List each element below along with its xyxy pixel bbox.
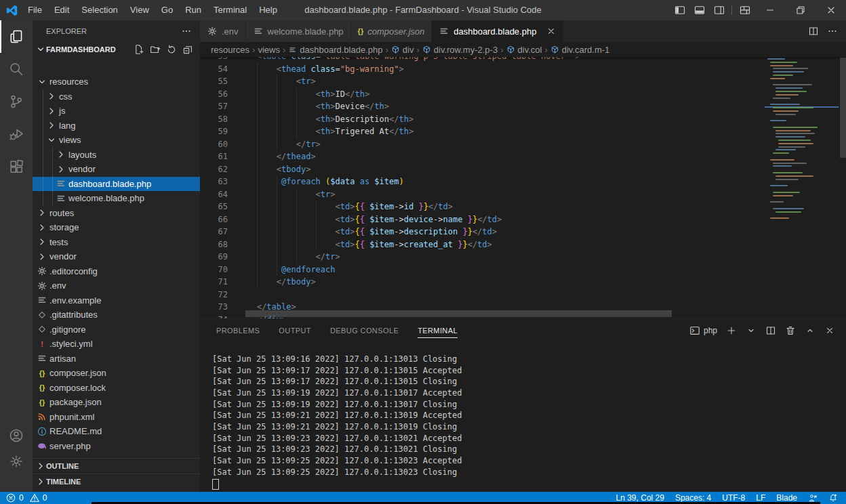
tree-item-layouts[interactable]: layouts xyxy=(33,148,200,163)
tree-item-package-json[interactable]: {}package.json xyxy=(33,395,200,410)
activity-bar-source-control[interactable] xyxy=(0,85,33,118)
terminal-dropdown-icon[interactable] xyxy=(746,325,757,336)
activity-bar-extensions[interactable] xyxy=(0,150,33,183)
explorer-more-actions-icon[interactable] xyxy=(181,26,192,37)
breadcrumb-item-resources[interactable]: resources xyxy=(211,45,249,55)
bell-icon[interactable] xyxy=(828,493,838,503)
status-encoding[interactable]: UTF-8 xyxy=(722,493,745,503)
minimize-button[interactable] xyxy=(754,0,785,20)
menu-view[interactable]: View xyxy=(124,0,155,20)
tree-item-views[interactable]: views xyxy=(33,133,200,148)
section-timeline[interactable]: TIMELINE xyxy=(33,474,200,489)
kill-terminal-icon[interactable] xyxy=(785,325,796,336)
toggle-panel-icon[interactable] xyxy=(689,0,709,20)
close-tab-icon[interactable] xyxy=(546,26,557,37)
close-panel-icon[interactable] xyxy=(824,325,835,336)
tree-item-vendor[interactable]: vendor xyxy=(33,249,200,264)
activity-bar-manage[interactable] xyxy=(0,448,33,474)
breadcrumb-item-dashboard-blade-php[interactable]: dashboard.blade.php xyxy=(288,45,382,55)
minimap[interactable] xyxy=(765,57,839,318)
panel-tab-output[interactable]: OUTPUT xyxy=(279,323,311,338)
section-outline[interactable]: OUTLINE xyxy=(33,458,200,474)
status-eol[interactable]: LF xyxy=(756,493,765,503)
activity-bar-explorer[interactable] xyxy=(0,20,33,53)
panel-tab-problems[interactable]: PROBLEMS xyxy=(216,323,260,338)
activity-bar-search[interactable] xyxy=(0,53,33,85)
tree-item-env-example[interactable]: .env.example xyxy=(33,293,200,308)
tree-item-gitattributes[interactable]: .gitattributes xyxy=(33,308,200,322)
tree-item-env[interactable]: .env xyxy=(33,278,200,293)
tree-item-storage[interactable]: storage xyxy=(33,220,200,235)
collapse-all-icon[interactable] xyxy=(182,44,193,55)
feedback-icon[interactable] xyxy=(808,493,818,503)
activity-bar-run-and-debug[interactable] xyxy=(0,118,33,150)
code-line-text: <td>{{ $item->id }}</td> xyxy=(237,201,453,213)
tab-dashboard-blade-php[interactable]: dashboard.blade.php xyxy=(432,20,564,42)
split-editor-icon[interactable] xyxy=(808,26,819,37)
tree-item-welcome-blade-php[interactable]: welcome.blade.php xyxy=(33,191,200,206)
menu-run[interactable]: Run xyxy=(179,0,207,20)
terminal-shell-selector[interactable]: php xyxy=(689,325,717,336)
terminal-output[interactable]: [Sat Jun 25 13:09:16 2022] 127.0.0.1:130… xyxy=(212,354,832,490)
close-window-button[interactable] xyxy=(815,0,846,20)
panel-tab-debug-console[interactable]: DEBUG CONSOLE xyxy=(330,323,399,338)
tree-item-lang[interactable]: lang xyxy=(33,119,200,133)
new-terminal-icon[interactable] xyxy=(726,325,737,336)
toggle-sidebar-icon[interactable] xyxy=(670,0,689,20)
toggle-secondary-sidebar-icon[interactable] xyxy=(709,0,729,20)
tree-item-artisan[interactable]: artisan xyxy=(33,352,200,366)
more-actions-icon[interactable] xyxy=(827,26,838,37)
line-number: 72 xyxy=(200,289,228,301)
tree-item-gitignore[interactable]: .gitignore xyxy=(33,322,200,337)
maximize-panel-icon[interactable] xyxy=(805,325,815,336)
breadcrumb-item-div[interactable]: div xyxy=(391,45,414,55)
refresh-icon[interactable] xyxy=(166,44,177,55)
tree-item-dashboard-blade-php[interactable]: dashboard.blade.php xyxy=(33,177,200,192)
split-terminal-icon[interactable] xyxy=(765,325,776,336)
problems-status[interactable]: 0 0 xyxy=(0,492,47,503)
tab-composer-json[interactable]: {}composer.json xyxy=(351,20,432,42)
tree-item-composer-json[interactable]: {}composer.json xyxy=(33,366,200,381)
tree-item-tests[interactable]: tests xyxy=(33,235,200,250)
code-line-text: <td>{{ $item->created_at }}</td> xyxy=(237,238,492,251)
errors-icon xyxy=(5,492,16,503)
new-folder-icon[interactable] xyxy=(150,44,161,55)
restore-button[interactable] xyxy=(785,0,815,20)
tree-item-styleci-yml[interactable]: !.styleci.yml xyxy=(33,337,200,352)
project-section-header[interactable]: FARMDASHBOARD xyxy=(33,42,200,57)
breadcrumb-item-div-row-my-2-p-3[interactable]: div.row.my-2.p-3 xyxy=(422,45,498,55)
new-file-icon[interactable] xyxy=(134,44,144,55)
tree-item-webpack-mix-js[interactable]: JSwebpack.mix.js xyxy=(33,453,200,457)
tree-item-composer-lock[interactable]: {}composer.lock xyxy=(33,381,200,396)
status-language-mode[interactable]: Blade xyxy=(776,493,797,503)
tree-item-routes[interactable]: routes xyxy=(33,206,200,221)
vertical-scrollbar[interactable] xyxy=(840,58,846,158)
menu-edit[interactable]: Edit xyxy=(48,0,75,20)
horizontal-scrollbar[interactable] xyxy=(245,310,672,317)
status-cursor-position[interactable]: Ln 39, Col 29 xyxy=(616,493,664,503)
menu-selection[interactable]: Selection xyxy=(75,0,123,20)
tree-item-editorconfig[interactable]: .editorconfig xyxy=(33,264,200,279)
tree-item-vendor[interactable]: vendor xyxy=(33,162,200,177)
breadcrumb-item-div-col[interactable]: div.col xyxy=(506,45,542,55)
tab-welcome-blade-php[interactable]: welcome.blade.php xyxy=(246,20,351,42)
menu-terminal[interactable]: Terminal xyxy=(207,0,253,20)
panel-tab-terminal[interactable]: TERMINAL xyxy=(418,323,458,338)
tree-item-resources[interactable]: resources xyxy=(33,77,200,89)
customize-layout-icon[interactable] xyxy=(735,0,754,20)
menu-help[interactable]: Help xyxy=(253,0,283,20)
tree-item-css[interactable]: css xyxy=(33,89,200,104)
tree-item-phpunit-xml[interactable]: phpunit.xml xyxy=(33,410,200,425)
tree-item-readme-md[interactable]: README.md xyxy=(33,424,200,439)
breadcrumb-item-views[interactable]: views xyxy=(258,45,280,55)
menu-go[interactable]: Go xyxy=(155,0,179,20)
code-line-68: 68 <td>{{ $item->created_at }}</td> xyxy=(200,238,846,251)
tree-item-js[interactable]: js xyxy=(33,104,200,119)
tree-item-server-php[interactable]: server.php xyxy=(33,439,200,454)
code-editor[interactable]: 53 <table class="table table-warning p-3… xyxy=(200,57,846,318)
menu-file[interactable]: File xyxy=(22,0,48,20)
tab-env[interactable]: .env xyxy=(200,20,246,42)
status-indentation[interactable]: Spaces: 4 xyxy=(675,493,711,503)
activity-bar-accounts[interactable] xyxy=(0,423,33,448)
breadcrumb-item-div-card-m-1[interactable]: div.card.m-1 xyxy=(550,45,610,55)
